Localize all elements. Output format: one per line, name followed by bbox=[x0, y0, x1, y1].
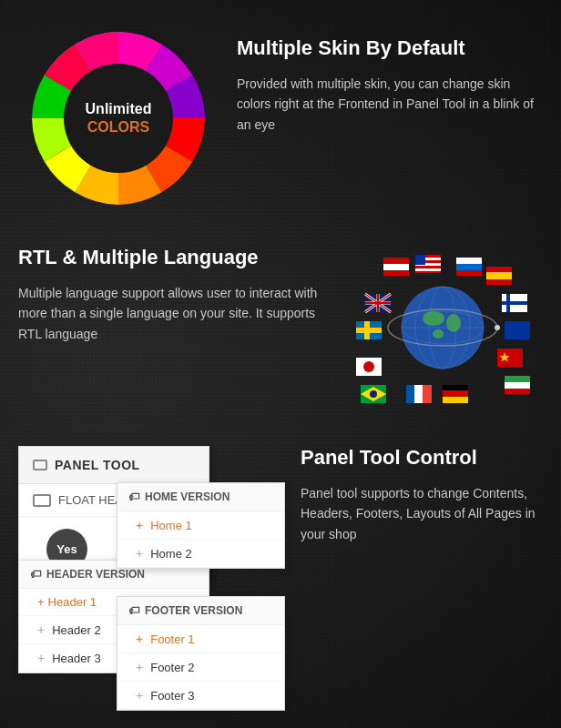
svg-rect-16 bbox=[456, 264, 482, 270]
svg-rect-35 bbox=[505, 321, 530, 339]
footer-item-3[interactable]: + Footer 3 bbox=[117, 682, 284, 710]
section-skin: Unlimited COLORS Multiple Skin By Defaul… bbox=[0, 0, 561, 228]
tag-icon-footer: 🏷 bbox=[128, 604, 139, 617]
header-version-label: HEADER VERSION bbox=[46, 568, 145, 581]
svg-rect-19 bbox=[486, 272, 512, 279]
header-item-3-label: Header 3 bbox=[52, 652, 100, 665]
panel-control-title: Panel Tool Control bbox=[301, 446, 543, 470]
svg-rect-47 bbox=[414, 385, 423, 403]
panel-control-text: Panel Tool Control Panel tool supports t… bbox=[301, 446, 543, 544]
plus-icon-h3: + bbox=[37, 651, 45, 665]
svg-rect-51 bbox=[443, 397, 468, 403]
color-wheel: Unlimited COLORS bbox=[27, 27, 209, 209]
tag-icon-header: 🏷 bbox=[30, 568, 41, 581]
rtl-title: RTL & Multiple Language bbox=[18, 246, 324, 269]
home-version-header: 🏷 HOME VERSION bbox=[117, 483, 284, 511]
footer-version-header: 🏷 FOOTER VERSION bbox=[117, 597, 284, 625]
svg-text:Unlimited: Unlimited bbox=[86, 101, 152, 116]
panel-tool-widget: PANEL TOOL FLOAT HEADER Yes 🏷 HEADER VER… bbox=[18, 446, 282, 583]
skin-description: Provided with multiple skin, you can cha… bbox=[237, 74, 543, 135]
skin-title: Multiple Skin By Default bbox=[237, 36, 543, 60]
svg-point-37 bbox=[363, 361, 374, 372]
float-icon bbox=[33, 494, 51, 507]
svg-point-9 bbox=[423, 311, 444, 326]
svg-rect-42 bbox=[505, 389, 530, 394]
color-wheel-container: Unlimited COLORS bbox=[18, 27, 219, 209]
svg-rect-41 bbox=[505, 382, 530, 389]
skin-text: Multiple Skin By Default Provided with m… bbox=[237, 27, 543, 209]
plus-icon-h2: + bbox=[37, 622, 45, 637]
plus-icon-home1: + bbox=[136, 518, 143, 532]
svg-point-10 bbox=[446, 314, 461, 332]
svg-rect-22 bbox=[502, 301, 527, 305]
svg-rect-53 bbox=[383, 258, 409, 264]
footer-item-1[interactable]: + Footer 1 bbox=[117, 625, 284, 653]
footer-item-2-label: Footer 2 bbox=[150, 661, 194, 674]
plus-icon-h1: + bbox=[37, 595, 45, 609]
rtl-description: Multiple language support allows user to… bbox=[18, 283, 324, 344]
svg-rect-15 bbox=[456, 258, 482, 264]
footer-item-1-label: Footer 1 bbox=[150, 632, 194, 646]
panel-tool-header: PANEL TOOL bbox=[19, 447, 209, 484]
home-item-1-label: Home 1 bbox=[150, 519, 192, 532]
svg-rect-59 bbox=[415, 268, 441, 271]
plus-icon-footer1: + bbox=[136, 632, 143, 646]
svg-rect-55 bbox=[383, 270, 409, 276]
footer-version-label: FOOTER VERSION bbox=[145, 604, 242, 617]
rtl-text: RTL & Multiple Language Multiple languag… bbox=[18, 246, 324, 344]
footer-item-3-label: Footer 3 bbox=[150, 689, 194, 703]
svg-point-45 bbox=[370, 390, 377, 398]
svg-rect-38 bbox=[497, 349, 523, 367]
tag-icon-home: 🏷 bbox=[128, 490, 139, 503]
globe-container bbox=[342, 246, 543, 410]
svg-rect-17 bbox=[456, 270, 482, 276]
panel-tool-label: PANEL TOOL bbox=[55, 458, 140, 472]
svg-rect-34 bbox=[364, 321, 370, 339]
footer-version-dropdown: 🏷 FOOTER VERSION + Footer 1 + Footer 2 +… bbox=[117, 596, 285, 711]
svg-point-11 bbox=[433, 329, 444, 339]
header-item-2-label: Header 2 bbox=[52, 623, 100, 637]
section-panel: PANEL TOOL FLOAT HEADER Yes 🏷 HEADER VER… bbox=[0, 428, 561, 602]
section-rtl: RTL & Multiple Language Multiple languag… bbox=[0, 228, 561, 428]
svg-rect-50 bbox=[443, 390, 468, 397]
home-item-1[interactable]: + Home 1 bbox=[117, 511, 284, 540]
svg-rect-48 bbox=[423, 385, 432, 403]
home-item-2-label: Home 2 bbox=[150, 547, 192, 561]
svg-point-0 bbox=[64, 64, 173, 173]
svg-rect-60 bbox=[415, 255, 425, 265]
svg-text:COLORS: COLORS bbox=[87, 119, 150, 135]
plus-icon-home2: + bbox=[136, 546, 143, 561]
home-item-2[interactable]: + Home 2 bbox=[117, 540, 284, 568]
header-item-1-label: Header 1 bbox=[48, 595, 97, 609]
plus-icon-footer2: + bbox=[136, 660, 143, 674]
footer-item-2[interactable]: + Footer 2 bbox=[117, 653, 284, 682]
svg-point-13 bbox=[495, 325, 500, 330]
panel-control-description: Panel tool supports to change Contents, … bbox=[301, 483, 543, 544]
home-version-label: HOME VERSION bbox=[145, 490, 230, 503]
plus-icon-footer3: + bbox=[136, 688, 143, 703]
svg-rect-54 bbox=[383, 264, 409, 270]
home-version-dropdown: 🏷 HOME VERSION + Home 1 + Home 2 bbox=[117, 482, 285, 569]
panel-icon bbox=[33, 460, 47, 470]
